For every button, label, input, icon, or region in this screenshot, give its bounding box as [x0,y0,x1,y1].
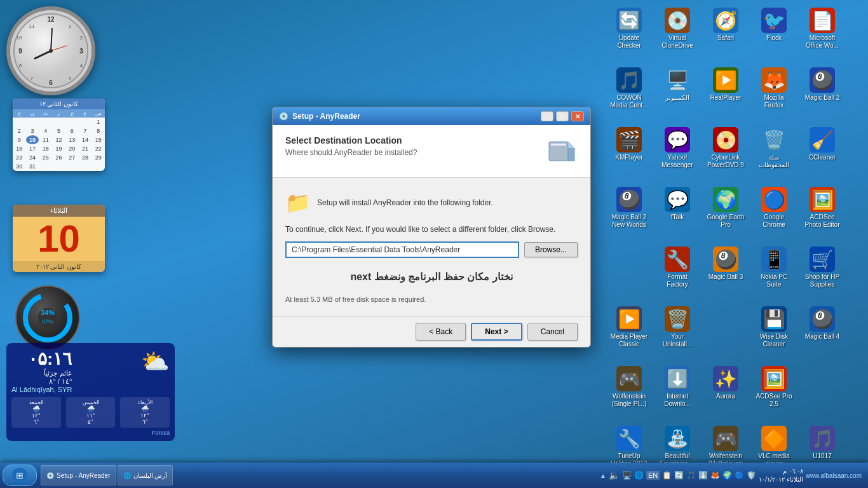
tray-app5[interactable]: 🦊 [710,471,720,480]
weather-condition: غائم جزئياً [11,369,72,377]
icon-update-checker[interactable]: 🔄 Update Checker [606,5,652,62]
month-year: كانون الثاني ٢٠١٢ [13,261,105,272]
weather-city: Al Lādhiqīyah, SYR [11,386,72,393]
icon-nokia-pc[interactable]: 📱 Nokia PC Suite [751,244,797,301]
svg-text:12: 12 [47,16,55,23]
diskspace-text: At least 5.3 MB of free disk space is re… [285,295,578,303]
taskbar-tray: ▲ 🔈 🖥️ 🌐 EN 📋 🔄 🎵 ⬇️ 🦊 🌍 🔵 🛡️ ٠٦:٠٨ م ال… [596,467,865,484]
dialog-app-icon: 💿 [279,112,288,121]
forecast-wednesday: الأربعاء 🌧️ °١٢ °٦ [120,397,170,428]
icon-realplayer[interactable]: ▶️ RealPlayer [703,65,749,122]
tray-app2[interactable]: 🔄 [674,471,684,480]
taskbar-items: 💿 Setup - AnyReader 🌐 أرض البلسان [41,465,596,485]
minimize-button[interactable]: _ [541,111,553,121]
tray-app4[interactable]: ⬇️ [698,471,708,480]
network-icon[interactable]: 🌐 [634,471,644,480]
icon-cowon[interactable]: 🎵 COWON Media Cent... [606,65,652,122]
icon-safari[interactable]: 🧭 Safari [703,5,749,62]
svg-text:5: 5 [69,76,72,81]
taskbar: ⊞ 💿 Setup - AnyReader 🌐 أرض البلسان ▲ 🔈 … [0,463,868,488]
svg-text:9: 9 [18,48,22,55]
browse-button[interactable]: Browse... [524,242,578,257]
show-hidden-icon[interactable]: ▲ [600,472,606,479]
tray-app8[interactable]: 🛡️ [747,471,756,480]
icon-format-factory[interactable]: 🔧 Format Factory [654,244,700,301]
tray-app7[interactable]: 🔵 [735,471,744,480]
forecast-thursday: الخميس 🌧️ °١١ °٥ [66,397,116,428]
svg-text:11: 11 [29,24,35,29]
tray-app3[interactable]: 🎵 [686,471,696,480]
icon-placeholder3 [799,363,845,421]
calendar-month-header: كانون الثاني ١٢ [13,98,105,109]
icon-magic-ball-2-worlds[interactable]: 🎱 Magic Ball 2 New Worlds [606,184,652,241]
calendar-days-header: ح ن ث ر خ ج س [13,109,105,118]
svg-text:34%: 34% [41,309,55,316]
icon-ccleaner[interactable]: 🧹 CCleaner [799,125,845,182]
icon-kmplayer[interactable]: 🎬 KMPlayer [606,125,652,182]
tray-app1[interactable]: 📋 [662,471,672,480]
icon-ms-office[interactable]: 📄 Microsoft Office Wo... [799,5,845,62]
volume-icon[interactable]: 🔈 [609,470,620,480]
icon-internet-download[interactable]: ⬇️ Internet Downlo... [654,363,700,421]
icon-magic-ball-2[interactable]: 🎱 Magic Ball 2 [799,65,845,122]
day-name: الثلاثاء [13,205,105,217]
back-button[interactable]: < Back [416,323,466,341]
dialog-header-subtitle: Where should AnyReader be installed? [285,148,417,157]
taskbar-browser-icon: 🌐 [123,472,131,479]
arabic-instruction: نختار مكان حفظ البرنامج ونضغط next [285,271,578,283]
icon-flock[interactable]: 🐦 Flock [751,5,797,62]
folder-icon: 📁 [285,191,311,215]
dialog-header-section: Select Destination Location Where should… [273,125,590,178]
start-button[interactable]: ⊞ [3,464,37,486]
icon-google-earth[interactable]: 🌍 Google Earth Pro [703,184,749,241]
icon-my-computer[interactable]: 🖥️ الكمبيوتر [654,65,700,122]
icon-cyberlink[interactable]: 📀 CyberLink PowerDVD 9 [703,125,749,182]
dialog-header-text: Select Destination Location Where should… [285,135,417,157]
icon-placeholder2 [703,304,749,361]
tray-clock[interactable]: ٠٦:٠٨ م الثلاثاء ١٠/١/٢٠١٢ [759,467,803,484]
path-input-row: Browse... [285,241,578,258]
icon-google-chrome[interactable]: 🔵 Google Chrome [751,184,797,241]
close-button[interactable]: ✕ [571,111,584,121]
icon-acdsee-photo[interactable]: 🖼️ ACDSee Photo Editor [799,184,845,241]
forecast-friday: الجمعة 🌧️ °١٢ °٦ [11,397,61,428]
icon-firefox[interactable]: 🦊 Mozilla Firefox [751,65,797,122]
disk-widget: 34% 97% [13,283,83,353]
cancel-button[interactable]: Cancel [527,323,578,341]
svg-point-16 [49,49,53,53]
display-icon[interactable]: 🖥️ [622,471,632,480]
tray-app6[interactable]: 🌍 [722,471,732,480]
dialog-titlebar: 💿 Setup - AnyReader _ □ ✕ [273,107,590,125]
taskbar-item-icon: 💿 [46,472,54,479]
icon-acdsee-pro[interactable]: 🖼️ ACDSee Pro 2.5 [751,363,797,421]
icon-your-uninstall[interactable]: 🗑️ Your Uninstall... [654,304,700,361]
icon-media-player-classic[interactable]: ▶️ Media Player Classic [606,304,652,361]
install-path-text: Setup will install AnyReader into the fo… [317,198,493,207]
language-indicator[interactable]: EN [646,471,660,480]
tray-website[interactable]: www.albalsaan.com [806,472,862,479]
icon-magic-ball-3[interactable]: 🎱 Magic Ball 3 [703,244,749,301]
instruction-text: To continue, click Next. If you would li… [285,225,578,234]
setup-dialog: 💿 Setup - AnyReader _ □ ✕ Select Destina… [272,107,591,348]
icon-shop-hp[interactable]: 🛒 Shop for HP Supplies [799,244,845,301]
svg-text:10: 10 [17,35,22,41]
icon-virtual-clonedrive[interactable]: 💿 Virtual CloneDrive [654,5,700,62]
icon-aurora[interactable]: ✨ Aurora [703,363,749,421]
weather-widget: ۱٦:۰۵ غائم جزئياً °١٤ / °٨ Al Lādhiqīyah… [6,343,175,441]
next-button[interactable]: Next > [471,323,522,341]
svg-text:97%: 97% [42,318,53,325]
svg-text:2: 2 [80,35,83,41]
date-widget: الثلاثاء 10 كانون الثاني ٢٠١٢ [13,205,105,272]
taskbar-item-browser[interactable]: 🌐 أرض البلسان [118,465,173,485]
weather-forecast: الجمعة 🌧️ °١٢ °٦ الخميس 🌧️ °١١ °٥ الأربع… [11,397,170,428]
icon-recycle[interactable]: 🗑️ سلة المحفوظات [751,125,797,182]
icon-ftalk[interactable]: 💬 fTalk [654,184,700,241]
taskbar-item-setup[interactable]: 💿 Setup - AnyReader [41,465,116,485]
maximize-button[interactable]: □ [556,111,569,121]
icon-magic-ball-4[interactable]: 🎱 Magic Ball 4 [799,304,845,361]
icon-wise-disk[interactable]: 💾 Wise Disk Cleaner [751,304,797,361]
icon-wolfenstein-single[interactable]: 🎮 Wolfenstein (Single Pl...) [606,363,652,421]
path-input[interactable] [285,241,519,258]
dialog-footer: < Back Next > Cancel [273,316,590,347]
icon-yahoo-messenger[interactable]: 💬 Yahoo! Messenger [654,125,700,182]
